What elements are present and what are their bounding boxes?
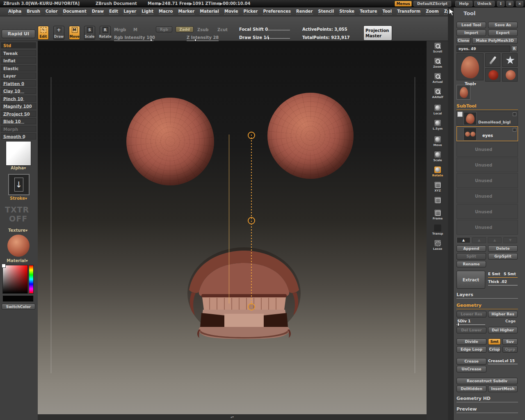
insertmesh-button[interactable]: InsertMesh — [488, 386, 518, 392]
secondary-color-swatch[interactable] — [2, 295, 34, 302]
rgb-button[interactable]: Rgb — [156, 26, 172, 32]
edge-loop-button[interactable]: Edge Loop — [457, 346, 486, 353]
scale-mode-button[interactable]: Scale — [431, 151, 445, 165]
actual-size-button[interactable]: Actual — [431, 73, 445, 87]
subtool-row-unused[interactable]: Unused — [457, 189, 518, 203]
subtool-move-up-button[interactable]: ▲ — [457, 237, 470, 243]
brush-tweak[interactable]: Tweak — [1, 50, 36, 56]
menu-material[interactable]: Material — [200, 9, 219, 14]
help-button[interactable]: Help — [455, 1, 472, 7]
mrgb-button[interactable]: Mrgb — [114, 27, 126, 32]
tool-slot-sphere-light[interactable] — [502, 68, 518, 82]
tool-rename-button[interactable]: R — [511, 46, 518, 52]
subtool-eye-icon[interactable] — [513, 128, 516, 132]
window-collapse-icon[interactable]: ↕ — [497, 1, 504, 7]
del-higher-button[interactable]: Del Higher — [488, 327, 518, 333]
window-menu-icon[interactable]: ≡ — [506, 1, 514, 7]
reconstruct-subdiv-button[interactable]: Reconstruct Subdiv — [457, 378, 518, 384]
thick-slider[interactable]: Thick .02 — [488, 280, 507, 284]
document-canvas[interactable] — [38, 41, 427, 414]
switch-color-button[interactable]: SwitchColor — [2, 304, 35, 310]
subtool-row-unused[interactable]: Unused — [457, 142, 518, 157]
subtool-eye-icon[interactable] — [513, 112, 516, 116]
smt-toggle[interactable]: Smt — [488, 338, 501, 345]
stroke-thumbnail[interactable]: ↓ — [8, 174, 30, 195]
delete-button[interactable]: Delete — [488, 245, 518, 252]
material-thumbnail[interactable] — [7, 235, 30, 257]
focal-shift-slider[interactable]: Focal Shift 0 — [239, 27, 268, 32]
stroke-selector[interactable]: Stroke▾ — [10, 196, 27, 201]
local-pivot-button[interactable]: Local — [431, 104, 445, 119]
menu-zoom[interactable]: Zoom — [426, 9, 438, 14]
brush-zproject[interactable]: ZProject 50 — [1, 111, 36, 117]
current-color-swatch[interactable] — [2, 264, 6, 268]
menu-preferences[interactable]: Preferences — [263, 9, 291, 14]
subtool-visibility-box[interactable] — [457, 112, 463, 117]
menu-marker[interactable]: Marker — [178, 9, 195, 14]
sdiv-knob[interactable] — [457, 323, 459, 326]
menu-movie[interactable]: Movie — [224, 9, 238, 14]
frame-button[interactable]: Frame — [431, 209, 445, 224]
rotate-button[interactable]: R Rotate — [100, 26, 111, 40]
brush-magnify[interactable]: Magnify 100 — [1, 103, 36, 109]
uncrease-button[interactable]: UnCrease — [457, 366, 486, 372]
brush-std[interactable]: Std — [1, 42, 36, 48]
menu-alpha[interactable]: Alpha — [8, 9, 21, 14]
menu-stroke[interactable]: Stroke — [339, 9, 354, 14]
higher-res-button[interactable]: Higher Res — [488, 311, 518, 317]
menu-texture[interactable]: Texture — [360, 9, 377, 14]
menu-stencil[interactable]: Stencil — [318, 9, 334, 14]
cage-button[interactable]: Cage — [505, 319, 516, 323]
menu-transform[interactable]: Transform — [397, 9, 420, 14]
menu-document[interactable]: Document — [63, 9, 86, 14]
subtool-row-unused[interactable]: Unused — [457, 204, 518, 219]
crease-button[interactable]: Crease — [457, 358, 486, 365]
menu-picker[interactable]: Picker — [244, 9, 258, 14]
menu-macro[interactable]: Macro — [159, 9, 173, 14]
menu-tool[interactable]: Tool — [383, 9, 392, 14]
xyz-constraint-button[interactable]: XYZ — [431, 181, 445, 196]
aahalf-button[interactable]: AAHalf — [431, 88, 445, 102]
menu-light[interactable]: Light — [142, 9, 153, 14]
draw-size-knob[interactable] — [267, 37, 269, 40]
rename-button[interactable]: Rename — [457, 261, 486, 267]
scroll-canvas-button[interactable]: Scroll — [431, 42, 445, 57]
s-smt-toggle[interactable]: S Smt — [504, 272, 516, 276]
subtool-row-unused[interactable]: Unused — [457, 220, 518, 235]
alpha-thumbnail[interactable] — [6, 141, 31, 166]
menu-render[interactable]: Render — [296, 9, 313, 14]
export-button[interactable]: Export — [488, 30, 518, 36]
del-lower-button[interactable]: Del Lower — [457, 327, 486, 333]
zcut-button[interactable]: Zcut — [217, 27, 228, 32]
subtool-row-demohead[interactable]: DemoHead_bigl — [457, 111, 518, 126]
defaultzscript-button[interactable]: DefaultZScript — [413, 1, 451, 7]
edit-button[interactable]: ✎ Edit — [38, 26, 49, 40]
append-button[interactable]: Append — [457, 245, 486, 252]
rgb-intensity-slider[interactable]: Rgb Intensity 100 — [114, 35, 155, 40]
subtool-row-unused[interactable]: Unused — [457, 173, 518, 188]
grpsplit-button[interactable]: GrpSplit — [488, 253, 518, 260]
projection-master-button[interactable]: Projection Master — [363, 25, 392, 41]
preview-section-header[interactable]: Preview — [457, 406, 518, 413]
creaselvl-slider[interactable]: CreaseLvl 15 — [488, 359, 515, 363]
geometry-hd-section-header[interactable]: Geometry HD — [457, 396, 518, 402]
draw-size-slider[interactable]: Draw Size 14 — [239, 35, 269, 40]
current-tool-thumbnail[interactable] — [457, 53, 484, 80]
move-mode-button[interactable]: Move — [431, 136, 445, 150]
e-smt-toggle[interactable]: E Smt — [488, 272, 500, 276]
crisp-toggle[interactable]: Crisp — [488, 346, 501, 353]
color-picker-hue-bar[interactable] — [29, 265, 34, 294]
tool-mini-slot[interactable] — [457, 85, 470, 100]
suv-toggle[interactable]: Suv — [502, 338, 518, 345]
canvas-bottom-scrollbar[interactable]: ▴▾ — [38, 414, 427, 420]
subtool-nav-button[interactable]: ▲ — [472, 237, 486, 243]
brush-smooth[interactable]: Smooth 0 — [1, 133, 36, 139]
subtool-section-header[interactable]: SubTool — [457, 103, 518, 110]
brush-morph[interactable]: Morph — [1, 126, 36, 132]
transpose-line-secondary[interactable] — [229, 135, 229, 304]
subtool-move-down-button[interactable]: ▼ — [503, 237, 517, 243]
alpha-selector[interactable]: Alpha▾ — [11, 166, 26, 170]
axis-lock-button[interactable] — [431, 196, 445, 211]
tool-slot-sphere-dark[interactable] — [485, 68, 500, 82]
divide-button[interactable]: Divide — [457, 338, 486, 345]
